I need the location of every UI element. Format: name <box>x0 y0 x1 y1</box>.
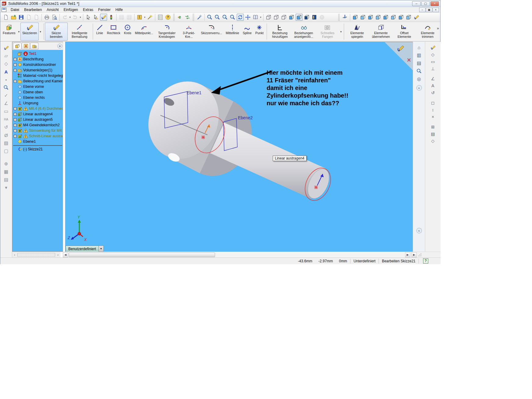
mdi-minimize-button[interactable]: – <box>419 8 426 12</box>
title-bar[interactable]: SolidWorks 2006 - [Skizze21 von Teil1 *]… <box>0 0 440 7</box>
zoom-to-selection-icon[interactable] <box>221 14 228 21</box>
toolbar-overflow-icon[interactable]: » <box>437 26 439 31</box>
menu-ansicht[interactable]: Ansicht <box>44 7 61 12</box>
redo-dropdown-icon[interactable]: ▾ <box>79 16 82 19</box>
features-dropdown-icon[interactable]: ▾ <box>17 23 20 41</box>
new-document-icon[interactable] <box>2 14 9 21</box>
menu-extras[interactable]: Extras <box>81 7 96 12</box>
scroll-thumb[interactable] <box>69 253 215 257</box>
expand-icon[interactable]: + <box>14 80 16 83</box>
pan-icon[interactable] <box>244 14 251 21</box>
tree-item-m64-durchmesser[interactable]: +M6.4 (6.4) Durchmesser <box>13 106 63 111</box>
tree-item-stirnsenkung[interactable]: +Stirnsenkung für M4 Se <box>13 128 63 133</box>
menu-einfuegen[interactable]: Einfügen <box>61 7 80 12</box>
skizzieren-button[interactable]: Skizzieren <box>20 23 39 41</box>
tree-item-skizze21[interactable]: (-) Skizze21 <box>13 146 63 152</box>
expand-icon[interactable]: + <box>14 69 16 72</box>
tab-configurationmanager[interactable] <box>30 43 38 49</box>
angle-ref-icon[interactable]: ∠ <box>429 75 437 82</box>
view-dimetric-icon[interactable] <box>405 14 412 21</box>
tree-item-ebene-vorne[interactable]: Ebene vorne <box>13 84 63 89</box>
sketch-tool-icon[interactable] <box>2 44 10 52</box>
expand-icon[interactable]: + <box>14 107 16 110</box>
tree-item-beschriftung[interactable]: +Beschriftung <box>13 56 63 62</box>
expand-icon[interactable]: + <box>14 129 16 132</box>
edrawing-icon[interactable] <box>176 14 183 21</box>
import-export-icon[interactable] <box>184 14 191 21</box>
measure-dropdown-icon[interactable]: ▾ <box>143 16 146 19</box>
table-tool-icon[interactable]: ▤ <box>2 176 10 183</box>
grid-ref-icon[interactable]: ⊞ <box>429 124 437 130</box>
elemente-spiegeln-button[interactable]: Elemente spiegeln <box>345 23 369 41</box>
text-ref-icon[interactable]: A <box>429 82 437 89</box>
elemente-uebernehmen-button[interactable]: Elemente übernehmen <box>369 23 393 41</box>
check-tool-icon[interactable]: ✓ <box>2 92 10 99</box>
realview-icon[interactable] <box>318 14 325 21</box>
shaded-with-edges-icon[interactable] <box>288 14 295 21</box>
tree-item-beleuchtung[interactable]: +Beleuchtung und Kameras <box>13 78 63 84</box>
rectangle-tool-icon[interactable]: ▭ <box>2 108 10 115</box>
make-assembly-icon[interactable] <box>33 14 40 21</box>
minimize-button[interactable]: – <box>412 1 421 6</box>
mini-scroll-left-icon[interactable]: ‹ <box>12 253 17 257</box>
sketch-point-mid[interactable] <box>201 135 205 139</box>
dimension-status-icon[interactable] <box>108 14 115 21</box>
print-preview-icon[interactable] <box>51 14 58 21</box>
fangen-dropdown-icon[interactable]: ▾ <box>339 23 342 41</box>
offset-elemente-button[interactable]: Offset Elemente <box>393 23 416 41</box>
intelligente-bemassung-button[interactable]: Intelligente Bemaßung <box>68 23 92 41</box>
panel-expand-icon[interactable]: » <box>57 44 62 49</box>
filter-wand-icon[interactable] <box>196 14 203 21</box>
menu-fenster[interactable]: Fenster <box>96 7 113 12</box>
normal-to-icon[interactable] <box>341 14 348 21</box>
print-icon[interactable] <box>43 14 50 21</box>
tab-propertymanager[interactable] <box>22 43 30 49</box>
expand-icon[interactable]: + <box>14 58 16 61</box>
mdi-close-button[interactable]: × <box>433 8 439 12</box>
punkt-button[interactable]: Punkt <box>253 23 265 41</box>
measure-icon[interactable] <box>136 14 143 21</box>
view-top-icon[interactable] <box>382 14 389 21</box>
options-icon[interactable] <box>157 14 164 21</box>
rotate-tool-icon[interactable]: ↺ <box>2 124 10 131</box>
elemente-trimmen-button[interactable]: Elemente trimmen <box>416 23 440 41</box>
cancel-sketch-icon[interactable]: × <box>407 56 411 64</box>
tree-item-konstruktionsordner[interactable]: +Konstruktionsordner <box>13 62 63 67</box>
viewport-hscrollbar[interactable]: ◀ ▶ <box>63 252 410 257</box>
design-library-icon[interactable]: ▥ <box>415 52 423 59</box>
mini-scroll-grip[interactable] <box>17 253 55 257</box>
sketch-point-end[interactable] <box>314 185 318 189</box>
orientation-tab[interactable]: Benutzerdefiniert <box>66 246 99 252</box>
features-button[interactable]: Features <box>1 23 17 41</box>
tree-item-material[interactable]: Material <nicht festgelegt> <box>13 73 63 78</box>
undo-icon[interactable] <box>61 14 68 21</box>
plane-ref-icon[interactable]: ◇ <box>429 51 437 58</box>
hatch-text-tool-icon[interactable]: HA <box>2 116 10 123</box>
text-tool-icon[interactable]: A <box>2 68 10 75</box>
tree-item-ebene-rechts[interactable]: Ebene rechts <box>13 95 63 100</box>
shaded-icon[interactable] <box>296 14 303 21</box>
equations-icon[interactable] <box>126 14 133 21</box>
ebene2-label[interactable]: Ebene2 <box>238 115 253 120</box>
expand-icon[interactable]: + <box>14 124 16 127</box>
scroll-right-icon[interactable]: ▶ <box>405 252 410 257</box>
drei-punkt-kreisbogen-button[interactable]: 3-Punkt-Kre... <box>179 23 199 41</box>
maximize-button[interactable]: ▢ <box>421 1 430 6</box>
undo-dropdown-icon[interactable]: ▾ <box>69 16 71 19</box>
expand-icon[interactable]: + <box>14 63 16 66</box>
box-ref-icon[interactable]: ◻ <box>429 99 437 106</box>
graphics-viewport[interactable]: Z Y X Hier möchte ich mit einem 11 Fräse… <box>65 42 413 252</box>
feature-wizard-icon[interactable] <box>146 14 153 21</box>
table-ref-icon[interactable]: ▤ <box>429 131 437 137</box>
skizzenverrundung-button[interactable]: Skizzenverru... <box>199 23 224 41</box>
grid-tool-icon[interactable]: ▦ <box>2 168 10 175</box>
file-explorer-icon[interactable]: ▤ <box>415 59 423 67</box>
search-icon[interactable] <box>415 67 423 75</box>
mittellinie-button[interactable]: Mittellinie <box>224 23 241 41</box>
pane-scroll-icon[interactable]: ▶ <box>412 252 417 257</box>
ebene1-label[interactable]: Ebene1 <box>187 90 201 95</box>
cross-ref-icon[interactable]: × <box>429 113 437 120</box>
menu-bearbeiten[interactable]: Bearbeiten <box>22 7 44 12</box>
kreis-button[interactable]: Kreis <box>122 23 133 41</box>
selection-filter-icon[interactable] <box>92 14 99 21</box>
